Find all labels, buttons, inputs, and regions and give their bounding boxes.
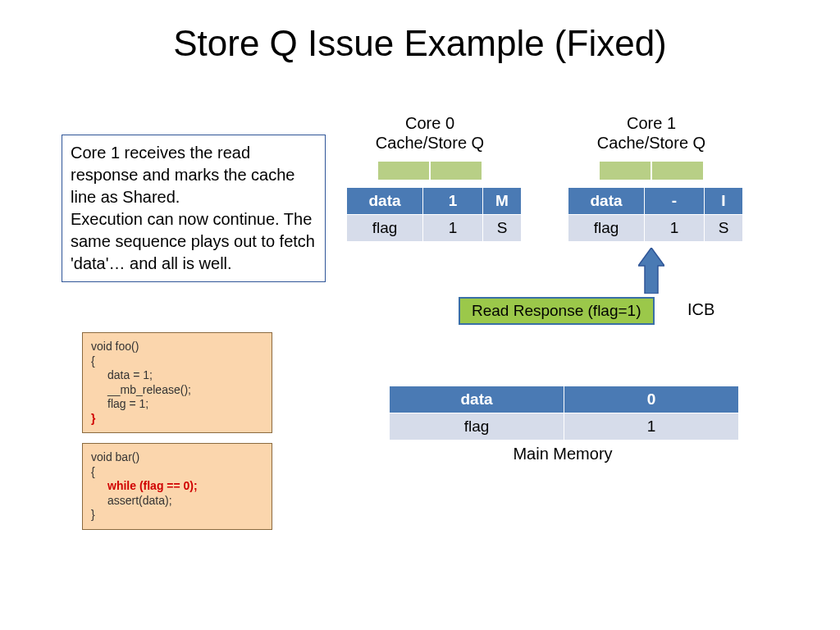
bar-l1: void bar()	[91, 450, 263, 465]
mem-r2-val: 1	[564, 413, 739, 441]
c0-r2-name: flag	[347, 215, 423, 242]
description-text: Core 1 receives the read response and ma…	[71, 144, 315, 272]
bar-l3: while (flag == 0);	[91, 479, 263, 494]
c0-r2-val: 1	[423, 215, 483, 242]
code-foo-box: void foo() { data = 1; __mb_release(); f…	[82, 332, 272, 433]
foo-l3: data = 1;	[91, 368, 263, 383]
c0-r1-state: M	[483, 188, 522, 215]
c0-r1-val: 1	[423, 188, 483, 215]
arrow-up-icon	[638, 248, 664, 294]
page-title: Store Q Issue Example (Fixed)	[0, 0, 840, 72]
mem-r1-val: 0	[564, 386, 739, 413]
icb-label: ICB	[687, 300, 714, 319]
read-response-box: Read Response (flag=1)	[459, 297, 655, 325]
description-box: Core 1 receives the read response and ma…	[62, 135, 326, 282]
c0-r2-state: S	[483, 215, 522, 242]
foo-l6: }	[91, 412, 263, 427]
foo-l5: flag = 1;	[91, 397, 263, 412]
c0-r1-name: data	[347, 188, 423, 215]
core1-store-queue	[599, 161, 704, 180]
foo-l2: {	[91, 354, 263, 369]
main-memory-table: data 0 flag 1	[389, 386, 739, 441]
bar-l2: {	[91, 465, 263, 480]
main-memory-label: Main Memory	[389, 445, 737, 463]
core1-label: Core 1Cache/Store Q	[569, 113, 733, 153]
code-bar-box: void bar() { while (flag == 0); assert(d…	[82, 443, 272, 530]
c1-r2-val: 1	[645, 215, 705, 242]
mem-r1-name: data	[390, 386, 564, 413]
foo-l4: __mb_release();	[91, 383, 263, 398]
foo-l1: void foo()	[91, 340, 263, 354]
c1-r1-state: I	[705, 188, 743, 215]
c1-r2-state: S	[705, 215, 743, 242]
c1-r1-val: -	[645, 188, 705, 215]
c1-r1-name: data	[568, 188, 645, 215]
bar-l4: assert(data);	[91, 494, 263, 509]
core1-cache-table: data - I flag 1 S	[568, 187, 743, 242]
c1-r2-name: flag	[568, 215, 645, 242]
bar-l5: }	[91, 508, 263, 523]
core0-store-queue	[377, 161, 482, 180]
core0-label: Core 0Cache/Store Q	[348, 113, 512, 153]
core0-cache-table: data 1 M flag 1 S	[346, 187, 522, 242]
mem-r2-name: flag	[390, 413, 564, 441]
